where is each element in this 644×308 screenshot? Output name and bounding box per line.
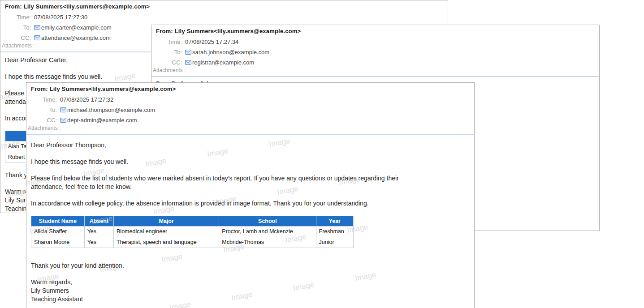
email-header: From: Lily Summers<lily.summers@example.… [26, 83, 474, 135]
table-cell: Sharon Moore [31, 237, 85, 248]
time-value: 07/08/2025 17:27:32 [60, 96, 113, 103]
time-row: Time: 07/08/2025 17:27:30 [0, 13, 87, 21]
to-label: To: [26, 107, 57, 113]
table-cell: Alicia Shaffer [31, 227, 85, 237]
signature-line: Teaching Assistant [31, 295, 410, 304]
cc-address[interactable]: dept-admin@example.com [67, 117, 137, 124]
table-header-cell: Student Name [31, 216, 85, 227]
envelope-icon [60, 118, 66, 123]
table-cell: Junior [316, 237, 354, 248]
attachments-label: Attachments : [28, 125, 61, 131]
to-label: To: [151, 49, 182, 56]
attachments-label: Attachments : [2, 43, 35, 49]
time-row: Time: 07/08/2025 17:27:34 [151, 38, 238, 45]
cc-address[interactable]: attendance@example.com [41, 34, 111, 41]
envelope-icon [60, 107, 66, 112]
envelope-icon [185, 50, 191, 55]
cc-row: CC: attendance@example.com [0, 34, 111, 41]
time-label: Time: [151, 38, 182, 45]
signature-line: Lily Summers [31, 287, 410, 295]
table-header-cell: Absent [84, 216, 113, 227]
body-paragraph: Please find below the list of students w… [31, 174, 410, 191]
table-row: Sharon MooreYesTherapist, speech and lan… [31, 237, 354, 248]
table-cell: Yes [84, 227, 113, 237]
cc-label: CC: [26, 117, 57, 124]
to-address[interactable]: sarah.johnson@example.com [192, 49, 269, 56]
table-cell: Freshman [316, 227, 354, 237]
to-label: To: [0, 24, 31, 31]
signature-block: Warm regards, Lily Summers Teaching Assi… [31, 278, 470, 304]
cc-address[interactable]: registrar@example.com [192, 59, 254, 66]
envelope-icon [34, 35, 40, 40]
time-value: 07/08/2025 17:27:34 [185, 38, 238, 45]
envelope-icon [34, 25, 40, 30]
cc-label: CC: [0, 34, 31, 41]
table-header-cell: Major [114, 216, 219, 227]
table-header-cell: Year [316, 216, 354, 227]
time-label: Time: [26, 96, 57, 103]
table-cell: Yes [84, 237, 113, 248]
signature-line: Warm regards, [31, 278, 410, 287]
absent-students-table: Student NameAbsentMajorSchoolYearAlicia … [31, 216, 354, 248]
time-label: Time: [0, 14, 31, 21]
table-cell: Mcbride-Thomas [219, 237, 316, 248]
time-row: Time: 07/08/2025 17:27:32 [26, 96, 113, 103]
email-body: Dear Professor Thompson, I hope this mes… [26, 135, 474, 304]
table-row: Alicia ShafferYesBiomedical engineerProc… [31, 227, 354, 237]
email-window-3: From: Lily Summers<lily.summers@example.… [26, 82, 475, 308]
to-address[interactable]: michael.thompson@example.com [67, 107, 155, 113]
to-row: To: michael.thompson@example.com [26, 106, 155, 113]
from-line: From: Lily Summers<lily.summers@example.… [156, 28, 301, 34]
to-row: To: sarah.johnson@example.com [151, 48, 269, 56]
body-paragraph: In accordance with college policy, the a… [31, 199, 410, 208]
to-row: To: emily.carter@example.com [0, 24, 112, 31]
table-cell: Therapist, speech and language [114, 237, 219, 248]
cc-row: CC: registrar@example.com [151, 59, 254, 66]
from-line: From: Lily Summers<lily.summers@example.… [5, 3, 150, 10]
desktop-canvas: From: Lily Summers<lily.summers@example.… [0, 0, 644, 308]
from-line: From: Lily Summers<lily.summers@example.… [31, 86, 176, 92]
to-address[interactable]: emily.carter@example.com [41, 24, 112, 31]
table-cell: Biomedical engineer [114, 227, 219, 237]
greeting-line: Dear Professor Thompson, [31, 141, 410, 150]
attachments-label: Attachments : [153, 67, 186, 73]
envelope-icon [185, 60, 191, 65]
closing-line: Thank you for your kind attention. [31, 261, 410, 270]
table-cell: Proctor, Lamb and Mckenzie [219, 227, 316, 237]
cc-row: CC: dept-admin@example.com [26, 116, 137, 124]
time-value: 07/08/2025 17:27:30 [34, 14, 87, 21]
cc-label: CC: [151, 59, 182, 66]
body-paragraph: I hope this message finds you well. [31, 158, 410, 166]
table-header-cell: School [219, 216, 316, 227]
email-header: From: Lily Summers<lily.summers@example.… [151, 25, 599, 77]
